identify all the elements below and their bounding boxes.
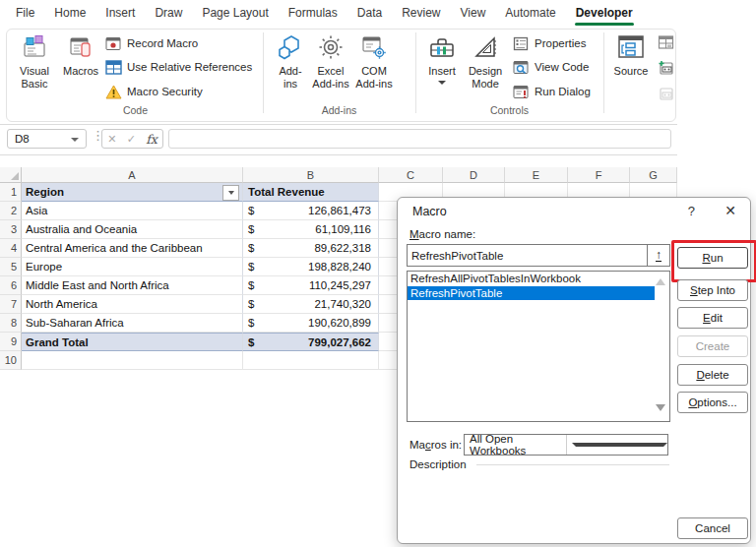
cancel-entry-icon[interactable]: ✕ [107, 133, 116, 146]
macro-name-field[interactable]: RefreshPivotTable ↑ [407, 244, 670, 267]
help-icon[interactable]: ? [688, 204, 695, 218]
tab-formulas[interactable]: Formulas [279, 0, 347, 27]
cell-A4[interactable]: Central America and the Caribbean [22, 239, 243, 258]
cell-A8[interactable]: Sub-Saharan Africa [22, 314, 243, 333]
dialog-title: Macro [412, 205, 447, 218]
run-button[interactable]: Run [677, 247, 748, 269]
row-header-3[interactable]: 3 [0, 220, 22, 239]
source-button[interactable]: Source [610, 31, 652, 116]
row-header-8[interactable]: 8 [0, 314, 22, 333]
cell-A3[interactable]: Australia and Oceania [22, 220, 243, 239]
column-header-D[interactable]: D [443, 167, 505, 183]
description-divider [476, 464, 669, 465]
name-box-chevron-icon[interactable] [71, 138, 79, 142]
cell-A2[interactable]: Asia [22, 202, 243, 220]
macro-list-item-selected[interactable]: RefreshPivotTable [408, 286, 655, 301]
macros-in-label: Macros in: [410, 439, 462, 451]
tab-review[interactable]: Review [392, 0, 450, 27]
cell-B9[interactable]: $799,027,662 [243, 333, 379, 351]
relative-references-icon [104, 60, 122, 75]
properties-button[interactable]: Properties [512, 33, 586, 53]
row-header-6[interactable]: 6 [0, 276, 22, 295]
cell-B8[interactable]: $190,620,899 [243, 314, 379, 333]
row-header-9[interactable]: 9 [0, 333, 22, 351]
dropdown-chevron[interactable] [566, 435, 668, 455]
select-all-corner[interactable] [0, 167, 22, 183]
excel-add-ins-label: Excel [312, 65, 348, 78]
cell-B5[interactable]: $198,828,240 [243, 258, 379, 276]
tab-file[interactable]: File [6, 0, 44, 27]
close-icon[interactable]: ✕ [724, 203, 736, 218]
run-dialog-button[interactable]: Run Dialog [512, 82, 591, 101]
add-ins-label: ins [279, 78, 301, 91]
cancel-button[interactable]: Cancel [677, 517, 748, 539]
macros-icon [68, 31, 94, 63]
row-header-10[interactable]: 10 [0, 351, 22, 370]
cell-A7[interactable]: North America [22, 295, 243, 314]
column-header-G[interactable]: G [630, 167, 677, 183]
column-header-F[interactable]: F [568, 167, 630, 183]
cell-A6[interactable]: Middle East and North Africa [22, 276, 243, 295]
cell-A5[interactable]: Europe [22, 258, 243, 276]
name-box-value: D8 [15, 133, 30, 145]
step-into-button[interactable]: Step Into [677, 279, 748, 301]
cell-A1[interactable]: Region [22, 183, 243, 202]
cell-A10[interactable] [22, 351, 243, 370]
ribbon: VisualBasic Macros Record Macro Use Rela… [0, 27, 677, 122]
import-xml-icon [657, 60, 674, 76]
arrow-up-icon[interactable]: ↑ [647, 245, 669, 266]
formula-bar: D8 ⋮ ✕ ✓ fx [0, 124, 677, 155]
code-group-label: Code [8, 104, 263, 116]
macro-list-item[interactable]: RefreshAllPivotTablesInWorkbook [408, 272, 655, 286]
row-header-4[interactable]: 4 [0, 239, 22, 258]
tab-view[interactable]: View [451, 0, 496, 27]
row-header-1[interactable]: 1 [0, 183, 22, 202]
excel-window: File Home Insert Draw Page Layout Formul… [0, 0, 756, 547]
cell-B6[interactable]: $110,245,297 [243, 276, 379, 295]
tab-draw[interactable]: Draw [145, 0, 192, 27]
cell-B7[interactable]: $21,740,320 [243, 295, 379, 314]
tab-insert[interactable]: Insert [95, 0, 145, 27]
column-header-B[interactable]: B [243, 167, 379, 183]
record-macro-button[interactable]: Record Macro [104, 33, 198, 53]
cell-B3[interactable]: $61,109,116 [243, 220, 379, 239]
visual-basic-label: Basic [20, 78, 49, 91]
scroll-down-icon[interactable] [656, 404, 665, 411]
delete-button[interactable]: Delete [677, 364, 748, 386]
name-box[interactable]: D8 [7, 129, 87, 149]
tab-page-layout[interactable]: Page Layout [192, 0, 278, 27]
scroll-up-icon[interactable] [656, 278, 665, 285]
formula-input[interactable] [168, 129, 671, 149]
cell-B10[interactable] [243, 351, 379, 370]
macro-security-button[interactable]: Macro Security [104, 82, 203, 101]
import-button[interactable] [657, 58, 674, 78]
insert-function-icon[interactable]: fx [146, 132, 158, 147]
column-header-C[interactable]: C [379, 167, 443, 183]
group-separator [263, 32, 264, 113]
tab-developer[interactable]: Developer [566, 0, 643, 27]
cell-A9[interactable]: Grand Total [22, 333, 243, 351]
macro-security-label: Macro Security [127, 86, 203, 97]
column-header-E[interactable]: E [505, 167, 568, 183]
column-header-A[interactable]: A [22, 167, 243, 183]
enter-entry-icon[interactable]: ✓ [127, 133, 136, 146]
row-header-5[interactable]: 5 [0, 258, 22, 276]
edit-button[interactable]: Edit [677, 307, 748, 329]
cell-B4[interactable]: $89,622,318 [243, 239, 379, 258]
map-properties-button[interactable] [657, 32, 674, 52]
tab-automate[interactable]: Automate [495, 0, 565, 27]
macro-list[interactable]: RefreshAllPivotTablesInWorkbook RefreshP… [407, 271, 670, 422]
row-header-7[interactable]: 7 [0, 295, 22, 314]
use-relative-references-button[interactable]: Use Relative References [104, 57, 252, 77]
tab-home[interactable]: Home [44, 0, 95, 27]
macros-in-dropdown[interactable]: All Open Workbooks [464, 434, 668, 456]
options-button[interactable]: Options... [677, 392, 748, 413]
tab-data[interactable]: Data [347, 0, 392, 27]
row-header-2[interactable]: 2 [0, 202, 22, 220]
cell-B2[interactable]: $126,861,473 [243, 202, 379, 220]
cell-B1[interactable]: Total Revenue [243, 183, 379, 202]
design-mode-label: Design [469, 65, 502, 78]
controls-group-label: Controls [415, 104, 603, 116]
filter-button[interactable] [222, 185, 239, 201]
view-code-button[interactable]: View Code [512, 57, 589, 77]
